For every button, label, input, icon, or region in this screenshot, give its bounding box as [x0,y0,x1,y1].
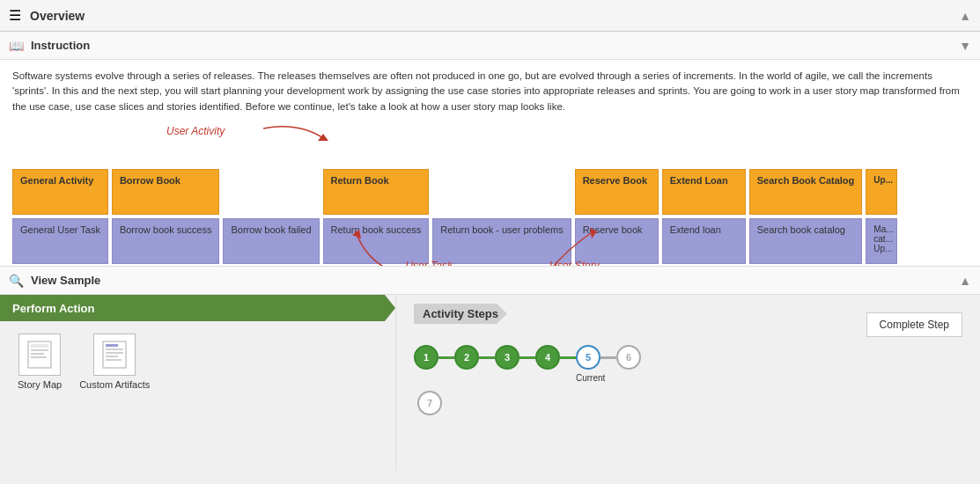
card-col-partial: Up... Ma... cat... Up... [866,169,897,264]
step-1-circle: 1 [414,345,438,370]
card-orange-reserve-book: Reserve Book [575,169,659,215]
complete-step-button[interactable]: Complete Step [866,312,962,337]
instruction-text: Software systems evolve through a series… [12,69,968,114]
story-map-label: Story Map [18,379,62,390]
instruction-bar: 📖 Instruction ▼ [0,32,980,60]
step-line-2-3 [479,356,495,359]
svg-rect-6 [31,353,44,355]
perform-action-header: Perform Action [0,295,395,321]
steps-row-1: 1 2 3 4 [414,345,641,370]
step-5-circle: 5 [576,345,601,370]
custom-artifacts-icon [93,334,136,376]
card-spacer-borrow [223,169,319,215]
card-col-borrow: Borrow Book Borrow book success [112,169,220,264]
card-col-borrow-failed: Borrow book failed [223,169,319,264]
step-4-wrapper: 4 [535,345,560,370]
card-orange-return-book: Return Book [323,169,430,215]
svg-rect-9 [106,344,118,347]
user-task-label: User Task [405,260,453,267]
card-orange-borrow-book: Borrow Book [112,169,220,215]
user-activity-label: User Activity [166,125,225,137]
view-sample-bar: 🔍 View Sample ▲ [0,267,980,295]
story-map-container: User Activity General Activity General U… [12,123,968,267]
card-blue-borrow-failed: Borrow book failed [223,218,319,264]
step-5-label-spacer: Current [576,371,601,384]
step-6-wrapper: 6 [616,345,641,370]
hamburger-icon[interactable]: ☰ [9,7,21,24]
custom-artifacts-svg [101,340,128,370]
card-blue-borrow-success: Borrow book success [112,218,220,264]
svg-marker-2 [590,228,597,238]
step-line-5-6 [601,356,616,359]
user-story-label: User Story [549,260,600,267]
step-line-4-5 [560,356,576,359]
top-collapse-btn[interactable]: ▲ [959,9,971,23]
activity-steps-header: Activity Steps [414,304,507,324]
card-spacer-return [432,169,571,215]
step-line-3-4 [519,356,535,359]
svg-rect-7 [31,356,47,358]
card-orange-extend-loan: Extend Loan [662,169,746,215]
card-col-general: General Activity General User Task [12,169,108,264]
svg-rect-13 [106,359,122,361]
card-col-search: Search Book Catalog Search book catalog [749,169,863,264]
view-sample-icon: 🔍 [9,274,24,288]
custom-artifacts-action[interactable]: Custom Artifacts [79,334,150,390]
svg-rect-5 [31,349,48,351]
card-blue-search-catalog: Search book catalog [749,218,863,264]
instruction-label: Instruction [31,39,959,52]
current-label: Current [576,373,605,383]
step-4-circle: 4 [535,345,560,370]
user-task-annotation: User Task [347,223,453,267]
step-3-wrapper: 3 [495,345,519,370]
step-3-circle: 3 [495,345,519,370]
user-activity-arrow [263,121,351,148]
story-map-icon [18,334,61,376]
view-sample-collapse-btn[interactable]: ▲ [959,274,971,288]
card-orange-search-catalog: Search Book Catalog [749,169,863,215]
card-blue-general-user-task: General User Task [12,218,108,264]
step-7-wrapper: 7 [417,391,442,415]
top-bar: ☰ Overview ▲ [0,0,980,32]
card-col-extend: Extend Loan Extend loan [662,169,746,264]
svg-rect-10 [106,348,123,350]
svg-rect-4 [31,344,48,348]
step-line-1-2 [438,356,454,359]
svg-rect-12 [106,356,118,357]
view-sample-label: View Sample [31,274,959,287]
perform-action-body: Story Map Custom Artifacts [0,321,395,402]
step-1-wrapper: 1 [414,345,438,370]
step-5-wrapper: 5 [576,345,601,370]
activity-steps-panel: Activity Steps 1 2 3 [396,295,980,471]
steps-labels-row: Current [414,371,641,384]
step-6-circle: 6 [616,345,641,370]
main-content: Software systems evolve through a series… [0,60,980,267]
story-map-svg [26,340,53,370]
user-story-annotation: User Story [541,223,646,267]
page-title: Overview [30,9,959,23]
card-orange-general-activity: General Activity [12,169,108,215]
story-map-action[interactable]: Story Map [18,334,62,390]
instruction-icon: 📖 [9,39,24,53]
svg-marker-0 [318,134,328,141]
card-blue-partial: Ma... cat... Up... [866,218,897,264]
card-blue-extend-loan: Extend loan [662,218,746,264]
bottom-section: Perform Action Story Map [0,295,980,471]
svg-marker-1 [352,230,361,238]
cards-area: General Activity General User Task Borro… [12,169,968,264]
perform-action-panel: Perform Action Story Map [0,295,396,471]
custom-artifacts-label: Custom Artifacts [79,379,150,390]
step-2-wrapper: 2 [454,345,479,370]
step-2-circle: 2 [454,345,479,370]
step-7-circle: 7 [417,391,442,415]
instruction-collapse-btn[interactable]: ▼ [959,39,971,53]
card-orange-partial: Up... [866,169,897,215]
complete-step-container: Complete Step [866,304,962,346]
svg-rect-11 [106,352,123,354]
steps-row-2: 7 [414,391,641,415]
